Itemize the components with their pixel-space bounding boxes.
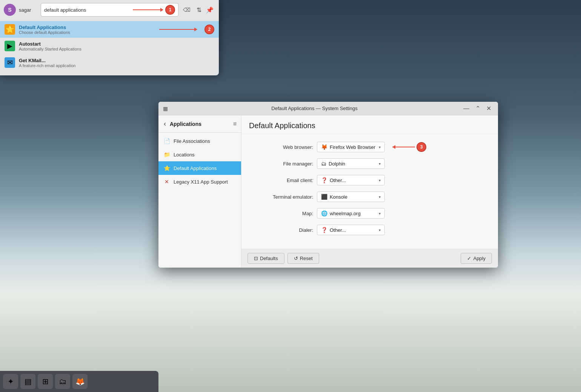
file-associations-icon: 📄 (163, 137, 171, 145)
map-arrow-icon: ▾ (379, 211, 381, 216)
terminal-emulator-value: Konsole (330, 194, 377, 200)
main-header: Default Applications (241, 115, 498, 134)
main-content: Default Applications Web browser: 🦊 Fire… (241, 115, 498, 268)
launcher-results: ⭐ Default Applications Choose default Ap… (0, 20, 219, 72)
settings-area: Web browser: 🦊 Firefox Web Browser ▾ 3 (241, 134, 498, 249)
file-manager-icon: 🗂 (321, 161, 326, 167)
launcher-item-subtitle-default-apps: Choose default Applications (19, 30, 155, 35)
search-pin-button[interactable]: 📌 (204, 6, 215, 14)
map-icon: 🌐 (321, 210, 327, 216)
taskbar-activities-icon[interactable]: ✦ (3, 374, 18, 389)
web-browser-arrow-icon: ▾ (379, 145, 381, 149)
taskbar-firefox-icon[interactable]: 🦊 (72, 374, 88, 389)
file-manager-arrow-icon: ▾ (379, 162, 381, 166)
annotation3-wrapper: 3 (390, 142, 426, 152)
sidebar-navigation: 📄 File Associations 📁 Locations ⭐ Defaul… (158, 133, 241, 268)
window-controls: — ⌃ ✕ (461, 104, 493, 113)
launcher-item-text-autostart: Autostart Automatically Started Applicat… (19, 41, 214, 51)
apply-button[interactable]: ✓ Apply (461, 253, 492, 264)
taskbar-taskmanager-icon[interactable]: ▤ (20, 374, 35, 389)
annotation1-circle: 1 (165, 5, 175, 15)
default-applications-icon: ⭐ (163, 164, 171, 172)
annotation1-arrowhead (160, 8, 163, 12)
web-browser-icon: 🦊 (321, 144, 327, 150)
main-title: Default Applications (249, 121, 490, 130)
window-titlebar: ▦ Default Applications — System Settings… (158, 102, 498, 115)
dialer-icon: ❓ (321, 227, 327, 233)
launcher-item-title-autostart: Autostart (19, 41, 214, 47)
defaults-button[interactable]: ⊡ Defaults (247, 253, 284, 264)
window-maximize-button[interactable]: ⌃ (473, 104, 483, 113)
launcher-item-text-default-apps: Default Applications Choose default Appl… (19, 24, 155, 35)
setting-row-web-browser: Web browser: 🦊 Firefox Web Browser ▾ 3 (253, 142, 487, 152)
defaults-label: Defaults (260, 256, 278, 261)
window-close-button[interactable]: ✕ (484, 104, 493, 113)
setting-dropdown-terminal-emulator[interactable]: ⬛ Konsole ▾ (317, 191, 385, 202)
sidebar-menu-button[interactable]: ≡ (233, 121, 237, 127)
setting-dropdown-email-client[interactable]: ❓ Other... ▾ (317, 175, 385, 185)
legacy-x11-icon: ✕ (163, 178, 171, 185)
taskbar: ✦ ▤ ⊞ 🗂 🦊 (0, 371, 158, 392)
sidebar-item-label-default-applications: Default Applications (174, 165, 237, 171)
sidebar-item-locations[interactable]: 📁 Locations (158, 148, 241, 161)
search-input[interactable] (44, 7, 128, 13)
setting-label-terminal-emulator: Terminal emulator: (253, 194, 313, 200)
footer-right-buttons: ✓ Apply (461, 253, 492, 264)
dialer-value: Other... (330, 227, 377, 233)
launcher-item-kmail[interactable]: ✉ Get KMail... A feature-rich email appl… (0, 54, 219, 71)
sidebar-item-legacy-x11[interactable]: ✕ Legacy X11 App Support (158, 175, 241, 188)
sidebar-header: ‹ Applications ≡ (158, 115, 241, 133)
taskbar-files-icon[interactable]: 🗂 (55, 374, 70, 389)
reset-icon: ↺ (294, 256, 298, 261)
launcher-item-subtitle-autostart: Automatically Started Applications (19, 47, 214, 51)
email-client-value: Other... (330, 178, 377, 183)
annotation2-arrowhead (194, 28, 197, 31)
setting-label-email-client: Email client: (253, 178, 313, 183)
launcher-item-default-apps[interactable]: ⭐ Default Applications Choose default Ap… (0, 21, 219, 38)
setting-dropdown-web-browser[interactable]: 🦊 Firefox Web Browser ▾ (317, 142, 385, 152)
search-input-wrapper: 1 (41, 3, 178, 17)
sidebar-item-default-applications[interactable]: ⭐ Default Applications (158, 161, 241, 175)
taskbar-plasmoid-icon[interactable]: ⊞ (38, 374, 53, 389)
settings-window: ▦ Default Applications — System Settings… (158, 102, 498, 268)
reset-label: Reset (300, 256, 313, 261)
username-text: sagar (19, 7, 38, 13)
sidebar-item-label-locations: Locations (174, 152, 237, 158)
window-minimize-button[interactable]: — (461, 104, 472, 113)
launcher-item-autostart[interactable]: ▶ Autostart Automatically Started Applic… (0, 38, 219, 54)
window-body: ‹ Applications ≡ 📄 File Associations 📁 L… (158, 115, 498, 268)
annotation3-arrowhead (392, 145, 395, 149)
reset-button[interactable]: ↺ Reset (287, 253, 319, 264)
sidebar-item-label-file-associations: File Associations (174, 138, 237, 144)
terminal-emulator-icon: ⬛ (321, 194, 327, 200)
sidebar-item-label-legacy-x11: Legacy X11 App Support (174, 179, 237, 185)
setting-row-email-client: Email client: ❓ Other... ▾ (253, 175, 487, 185)
setting-label-file-manager: File manager: (253, 161, 313, 167)
launcher-item-title-default-apps: Default Applications (19, 24, 155, 30)
setting-row-dialer: Dialer: ❓ Other... ▾ (253, 225, 487, 235)
annotation1-line (133, 9, 163, 10)
launcher-panel: S sagar 1 ⌫ ⇅ 📌 ⭐ Default Applications C… (0, 0, 219, 75)
window-menu-icon[interactable]: ▦ (163, 106, 168, 112)
terminal-emulator-arrow-icon: ▾ (379, 195, 381, 199)
annotation3-circle: 3 (417, 142, 426, 152)
defaults-icon: ⊡ (254, 256, 258, 261)
setting-row-terminal-emulator: Terminal emulator: ⬛ Konsole ▾ (253, 191, 487, 202)
setting-dropdown-map[interactable]: 🌐 wheelmap.org ▾ (317, 208, 385, 219)
setting-label-web-browser: Web browser: (253, 144, 313, 150)
setting-label-dialer: Dialer: (253, 227, 313, 233)
setting-dropdown-dialer[interactable]: ❓ Other... ▾ (317, 225, 385, 235)
apply-label: Apply (473, 256, 486, 261)
launcher-item-text-kmail: Get KMail... A feature-rich email applic… (19, 58, 214, 68)
sidebar-item-file-associations[interactable]: 📄 File Associations (158, 134, 241, 148)
dialer-arrow-icon: ▾ (379, 228, 381, 232)
search-toolbar-icons: ⇅ 📌 (195, 6, 215, 14)
annotation2-line (159, 29, 197, 30)
search-clear-button[interactable]: ⌫ (181, 6, 192, 14)
sidebar-back-button[interactable]: ‹ (163, 119, 167, 129)
footer-left-buttons: ⊡ Defaults ↺ Reset (247, 253, 319, 264)
file-manager-value: Dolphin (329, 161, 377, 167)
setting-dropdown-file-manager[interactable]: 🗂 Dolphin ▾ (317, 158, 385, 169)
map-value: wheelmap.org (330, 211, 377, 216)
search-filter-button[interactable]: ⇅ (195, 6, 203, 14)
